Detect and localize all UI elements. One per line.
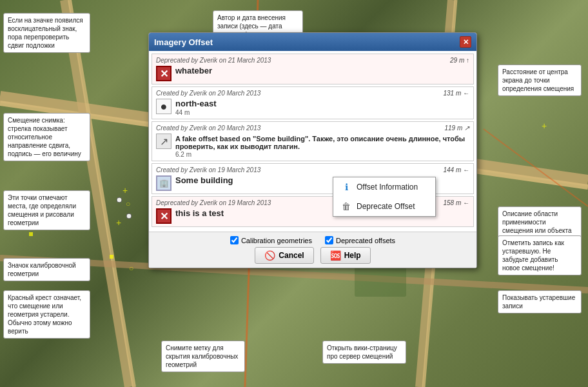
annotation-calib-geometries: Снимите метку для скрытия калибровочных … [161,341,245,372]
imagery-offset-dialog: Imagery Offset ✕ Deprecated by Zverik on… [148,32,477,268]
offset-entry-4[interactable]: Created by Zverik on 19 March 2013 144 m… [152,163,474,194]
svg-text:+: + [542,121,547,131]
calibration-geometries-checkbox[interactable]: Calibration geometries [230,236,312,244]
offset-body-3: ↗ A fake offset based on "Some building"… [156,134,469,158]
calibration-geometries-input[interactable] [230,236,239,244]
annotation-distance: Расстояние от центра экрана до точки опр… [498,64,582,96]
annotation-calibration-icon: Значок калибровочной геометрии [3,258,90,281]
offset-header-1: Deprecated by Zverik on 21 March 2013 29… [156,57,469,64]
offset-info-2: north-east 44 m [175,99,217,116]
svg-rect-16 [29,232,33,236]
offset-icon-5: ✕ [156,208,172,224]
offset-info-1: whateber [175,66,212,75]
help-button[interactable]: 🆘 Help [320,247,371,264]
cancel-button[interactable]: 🚫 Cancel [255,247,313,264]
offset-icon-1: ✕ [156,66,172,81]
info-icon: ℹ [340,181,353,194]
annotation-wiki-page: Открыть вики-страницу про сервер смещени… [322,341,406,364]
annotation-exclamation: Если на значке появился восклицательный … [3,13,90,53]
cancel-icon: 🚫 [264,250,275,261]
offset-icon-2: ● [156,99,172,114]
context-menu: ℹ Offset Information 🗑 Deprecate Offset [333,177,436,217]
dialog-close-button[interactable]: ✕ [460,36,471,48]
offset-icon-4: 🏢 [156,175,172,191]
annotation-imagery-offset: Смещение снимка: стрелка показывает отно… [3,113,90,161]
offset-header-2: Created by Zverik on 20 March 2013 131 m… [156,90,469,97]
offset-body-1: ✕ whateber [156,66,469,81]
footer-checkboxes: Calibration geometries Deprecated offset… [154,236,471,244]
offset-body-2: ● north-east 44 m [156,99,469,116]
deprecated-offsets-input[interactable] [325,236,333,244]
dialog-footer: Calibration geometries Deprecated offset… [149,232,476,268]
offset-entry-3[interactable]: Created by Zverik on 20 March 2013 119 m… [152,121,474,161]
context-menu-offset-info[interactable]: ℹ Offset Information [333,177,435,197]
svg-rect-17 [110,255,113,259]
svg-point-19 [117,197,122,203]
offset-info-4: Some building [175,175,233,185]
offset-header-4: Created by Zverik on 19 March 2013 144 m… [156,166,469,174]
svg-text:+: + [122,185,128,195]
deprecated-offsets-checkbox[interactable]: Deprecated offsets [325,236,395,244]
annotation-show-deprecated: Показывать устаревшие записи [498,290,582,313]
dialog-title-bar: Imagery Offset ✕ [149,33,476,51]
svg-point-20 [126,213,132,219]
offset-info-5: this is a test [175,208,224,218]
svg-text:○: ○ [126,199,130,208]
svg-text:+: + [116,217,121,228]
dialog-title: Imagery Offset [154,37,213,47]
svg-text:○: ○ [129,264,133,273]
offset-entry-2[interactable]: Created by Zverik on 20 March 2013 131 m… [152,86,474,119]
offset-info-3: A fake offset based on "Some building". … [175,134,469,158]
offset-entry-1[interactable]: Deprecated by Zverik on 21 March 2013 29… [152,54,474,84]
annotation-deprecate: Отметить запись как устаревшую. Не забуд… [498,235,582,275]
offset-header-3: Created by Zverik on 20 March 2013 119 m… [156,124,469,132]
annotation-calibration-points: Эти точки отмечают места, где определяли… [3,190,90,230]
dialog-content: Deprecated by Zverik on 21 March 2013 29… [149,51,476,232]
annotation-red-cross: Красный крест означает, что смещение или… [3,290,90,339]
offset-icon-3: ↗ [156,134,172,149]
footer-buttons: 🚫 Cancel 🆘 Help [154,247,471,264]
context-menu-deprecate[interactable]: 🗑 Deprecate Offset [333,197,435,216]
deprecate-icon: 🗑 [340,200,353,213]
help-icon: 🆘 [330,250,341,261]
